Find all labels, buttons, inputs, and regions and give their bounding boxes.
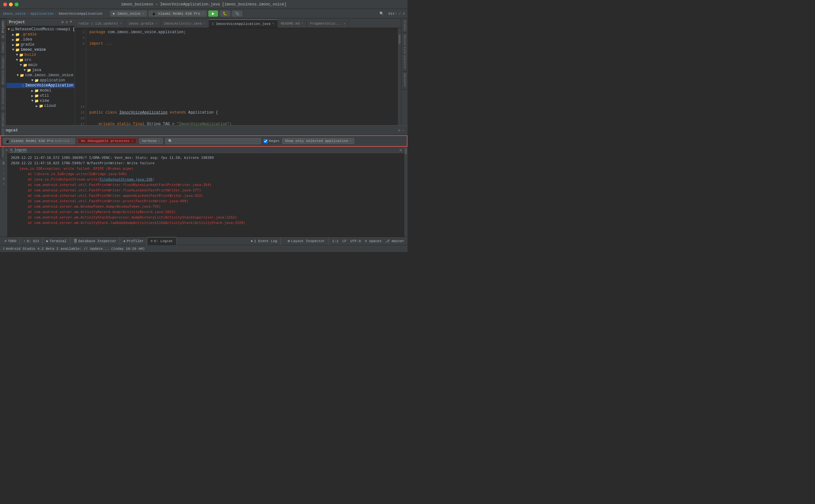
scroll-end-icon[interactable]: ↓ [3, 167, 5, 170]
tree-item-java[interactable]: ▼ 📁 java [6, 68, 75, 73]
build-variants-tab[interactable]: Build Variants [0, 111, 6, 139]
tab-imooc-activity[interactable]: ImoocActivity.java × [161, 19, 209, 28]
code-line-16 [89, 115, 395, 121]
tree-item-imooc-voice[interactable]: ▼ 📁 imooc_voice [6, 47, 75, 52]
log-content[interactable]: 2020-12-22 11:47:16.572 1385-36699/? I/O… [8, 154, 404, 237]
logcat-tab-actions: ⊞ [399, 148, 402, 152]
device-selector-nav[interactable]: 📱 Xiaomi Redmi K30 Pro ▾ [149, 11, 206, 17]
expand-icon-java: ▼ [24, 68, 26, 72]
tree-label-imoocvoiceapp: ImoocVoiceApplication [25, 83, 73, 88]
indent[interactable]: 4 spaces [365, 239, 381, 243]
logcat-minimize-icon[interactable]: — [402, 128, 404, 132]
git-branch[interactable]: ⎇ master [385, 239, 404, 243]
clear-icon[interactable]: 🗑 [2, 161, 5, 165]
tab-imooc-voice-app[interactable]: C ImoocVoiceApplication.java × [209, 19, 278, 28]
encoding[interactable]: UTF-8 [350, 239, 361, 243]
gradle-tab[interactable]: Gradle [402, 19, 407, 33]
logcat-status-tab[interactable]: ≡ 6: Logcat [147, 237, 176, 245]
attach-button[interactable]: 📎 [232, 11, 242, 17]
log-line-13: at com.android.server.wm.ActivityStack.l… [8, 220, 404, 226]
log-line-4: at libcore.io.IoBridge.write(IoBridge.ja… [8, 171, 404, 177]
close-button[interactable] [3, 3, 7, 6]
device-selector[interactable]: 📱 Xiaomi Redmi K30 Pro Android ▾ [3, 138, 75, 144]
sync-icon[interactable]: ⊕ [61, 20, 63, 25]
tab-readme-close[interactable]: × [301, 22, 303, 26]
resource-manager-tab[interactable]: Resource Manager [0, 54, 6, 86]
tree-item-imoocvoiceapp[interactable]: C ImoocVoiceApplication [6, 83, 75, 88]
debug-button[interactable]: 🐛 [220, 11, 230, 17]
tree-label-view: view [40, 99, 49, 103]
run-button[interactable]: ▶ [208, 11, 218, 17]
tab-imooc-gradle-close[interactable]: × [155, 22, 157, 26]
process-selector[interactable]: No debuggable processes ▾ [78, 138, 137, 144]
fileoutputstream-link[interactable]: FileOutputStream.java:398 [100, 177, 152, 182]
minimize-button[interactable] [9, 3, 13, 6]
todo-tab[interactable]: ≡ TODO [1, 237, 20, 245]
regex-checkbox[interactable]: Regex [263, 139, 279, 143]
maximize-button[interactable] [15, 3, 19, 6]
project-tab[interactable]: 1: Project [0, 19, 6, 40]
imooc-voice-label: ▶ imooc_voice [113, 11, 140, 16]
search-everywhere-icon[interactable]: 🔍 [379, 11, 384, 16]
nav-breadcrumb-2[interactable]: application [30, 12, 54, 16]
git-tab[interactable]: ↑ 9: Git [20, 237, 43, 245]
tab-readme[interactable]: README.md × [278, 19, 307, 28]
tab-imooc-activity-close[interactable]: × [204, 22, 205, 26]
file-icon-java: C [22, 84, 24, 87]
tree-item-view[interactable]: ▼ 📁 view [6, 98, 75, 103]
tree-item-gradle-dir[interactable]: ▶ 📁 gradle [6, 42, 75, 47]
editor-scrollbar[interactable] [398, 28, 401, 125]
structure-tab[interactable]: 2: Structure [0, 86, 6, 111]
tab-voice-app-close[interactable]: × [272, 22, 274, 26]
tab-fragmentatio[interactable]: Fragmentatio... ▾ [307, 19, 349, 28]
filter-icon[interactable]: ⧖ [3, 177, 5, 181]
export-icon[interactable]: ⬆ [3, 182, 5, 186]
folder-icon-util: 📁 [34, 94, 39, 98]
device-file-explorer-tab[interactable]: Device File Explorer [402, 33, 407, 71]
position-indicator[interactable]: 1:1 [332, 239, 338, 243]
tree-item-util[interactable]: ▶ 📁 util [6, 93, 75, 98]
collapse-icon[interactable]: ▼ [70, 20, 72, 25]
tab-imooc-gradle[interactable]: imooc.gradle × [125, 19, 160, 28]
tree-item-main[interactable]: ▼ 📁 main [6, 63, 75, 68]
logcat-scrollbar[interactable] [404, 147, 408, 237]
tree-item-cloud[interactable]: ▶ 📁 cloud [6, 103, 75, 108]
tree-item-application-folder[interactable]: ▼ 📁 application [6, 78, 75, 83]
tree-item-model[interactable]: ▶ 📁 model [6, 88, 75, 93]
tree-item-build[interactable]: ▼ 📁 build [6, 52, 75, 57]
logcat-tab-label[interactable]: ≡ logcat [10, 148, 27, 152]
nav-breadcrumb-3[interactable]: ImoocVoiceApplication [58, 12, 102, 16]
editor-area: radle (:lib_update) × imooc.gradle × Imo… [75, 19, 401, 125]
tab-radle[interactable]: radle (:lib_update) × [75, 19, 125, 28]
tree-item-idea[interactable]: ▶ 📁 .idea [6, 37, 75, 42]
terminal-tab[interactable]: ▶ Terminal [43, 237, 70, 245]
logcat-layout-icon[interactable]: ⊞ [399, 148, 402, 152]
logcat-settings-icon[interactable]: ⚙ [398, 128, 400, 132]
profiler-tab[interactable]: ◈ Profiler [120, 237, 147, 245]
scroll-up-icon[interactable]: ↑ [3, 172, 5, 175]
nav-breadcrumb-1[interactable]: imooc_voice [3, 12, 26, 16]
log-line-12: at com.android.server.wm.ActivityStackSu… [8, 215, 404, 220]
settings-icon[interactable]: ⚙ [66, 20, 68, 25]
verbose-selector[interactable]: Verbose ▾ [139, 138, 163, 144]
regex-check-input[interactable] [263, 139, 268, 143]
layout-inspector-tab[interactable]: ⊞ Layout Inspector [285, 237, 328, 245]
line-ending[interactable]: LF [342, 239, 346, 243]
imooc-voice-selector[interactable]: ▶ imooc_voice ▾ [110, 11, 147, 17]
show-only-selector[interactable]: Show only selected application ▾ [282, 138, 354, 144]
search-input[interactable] [174, 139, 258, 143]
commit-tab[interactable]: Commit [0, 40, 6, 54]
tree-item-package[interactable]: ▼ 📁 com.imooc.imooc_voice [6, 73, 75, 78]
event-log-tab[interactable]: ● 1 Event Log [247, 237, 280, 245]
code-line-1: package com.imooc.imooc_voice.applicatio… [89, 29, 395, 35]
tree-item-root[interactable]: ▼ 🗂 NeteaseCloudMusic-newapi [imooc_busi… [6, 27, 75, 32]
tree-item-gradle[interactable]: ▶ 📁 .gradle [6, 32, 75, 37]
code-editor[interactable]: package com.imooc.imooc_voice.applicatio… [86, 28, 398, 125]
editor-content[interactable]: 1 2 3 14 15 16 17 18 [75, 28, 401, 125]
search-box[interactable]: 🔍 [165, 138, 261, 144]
database-inspector-tab[interactable]: 🗄 Database Inspector [70, 237, 120, 245]
tab-radle-close[interactable]: × [120, 22, 122, 26]
emulator-tab[interactable]: Emulator [402, 71, 407, 89]
tab-more-icon[interactable]: ▾ [344, 22, 345, 25]
tree-item-src[interactable]: ▼ 📁 src [6, 57, 75, 63]
